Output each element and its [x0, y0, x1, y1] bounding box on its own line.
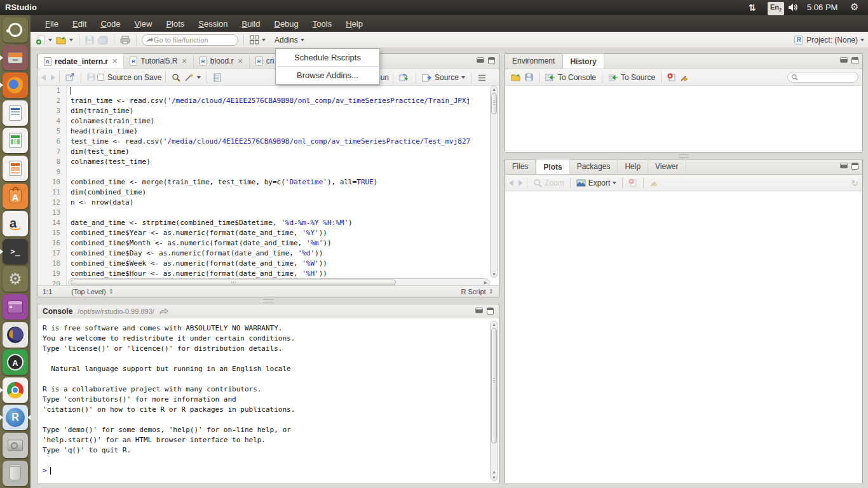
compile-notebook-icon[interactable] — [211, 72, 223, 83]
export-plot-button[interactable]: Export — [574, 177, 619, 189]
next-plot-icon[interactable] — [519, 180, 523, 186]
history-search-input[interactable] — [798, 74, 853, 81]
tab-help[interactable]: Help — [618, 159, 648, 174]
addins-button[interactable]: Addins — [273, 34, 306, 46]
editor-vertical-scrollbar[interactable]: ▲ ▼ — [490, 86, 498, 278]
to-console-button[interactable]: To Console — [543, 72, 598, 83]
clock[interactable]: 5:06 PM — [807, 3, 837, 12]
launcher-system-settings-icon[interactable]: ⚙ — [3, 266, 28, 292]
launcher-chrome-icon[interactable] — [3, 377, 28, 403]
launcher-file-manager-icon[interactable] — [3, 45, 28, 71]
project-button[interactable]: R Project: (None) — [794, 36, 864, 44]
launcher-amazon-icon[interactable]: a — [3, 211, 28, 236]
launcher-ubuntu-dash-icon[interactable] — [3, 17, 28, 43]
maximize-pane-icon[interactable] — [851, 57, 858, 64]
menu-code[interactable]: Code — [93, 17, 127, 30]
addins-menu-item-0[interactable]: Schedule Rscripts — [276, 49, 379, 66]
back-icon[interactable] — [41, 74, 46, 81]
horizontal-splitter-handle[interactable] — [263, 299, 273, 302]
source-tab-Tutorial5.R[interactable]: RTutorial5.R✕ — [124, 53, 193, 69]
to-source-button[interactable]: To Source — [606, 72, 657, 83]
close-tab-icon[interactable]: ✕ — [237, 57, 243, 65]
maximize-pane-icon[interactable] — [851, 163, 858, 170]
goto-file-function-box[interactable] — [142, 34, 238, 46]
menu-plots[interactable]: Plots — [159, 17, 191, 30]
new-file-button[interactable] — [34, 34, 54, 46]
history-list[interactable] — [505, 86, 862, 152]
tab-environment[interactable]: Environment — [505, 53, 562, 69]
remove-plot-icon[interactable] — [627, 177, 639, 188]
tab-files[interactable]: Files — [505, 159, 536, 174]
tab-viewer[interactable]: Viewer — [648, 159, 686, 174]
minimize-pane-icon[interactable] — [475, 308, 483, 313]
clear-plots-broom-icon[interactable] — [648, 177, 660, 189]
menu-edit[interactable]: Edit — [65, 17, 93, 30]
remove-entries-icon[interactable] — [665, 72, 678, 83]
menu-build[interactable]: Build — [235, 17, 268, 30]
goto-file-input[interactable] — [154, 36, 229, 44]
find-replace-icon[interactable] — [170, 72, 182, 83]
forward-icon[interactable] — [51, 74, 55, 81]
launcher-firefox-icon[interactable] — [3, 72, 28, 98]
console-goto-dir-icon[interactable] — [159, 308, 168, 315]
launcher-trash-icon[interactable] — [3, 461, 28, 486]
minimize-pane-icon[interactable] — [840, 163, 848, 168]
source-tab-redate_intern.r[interactable]: Rredate_intern.r✕ — [37, 53, 124, 69]
file-type-indicator[interactable]: R Script — [461, 288, 485, 295]
scope-indicator[interactable]: (Top Level) — [71, 288, 105, 295]
menu-tools[interactable]: Tools — [306, 17, 339, 30]
refresh-plots-icon[interactable]: ↻ — [851, 178, 858, 188]
history-search-box[interactable] — [787, 72, 858, 83]
menu-view[interactable]: View — [127, 17, 159, 30]
clear-history-broom-icon[interactable] — [678, 72, 691, 83]
maximize-pane-icon[interactable] — [488, 57, 495, 64]
print-button[interactable] — [118, 34, 132, 46]
popout-window-icon[interactable] — [64, 72, 77, 83]
launcher-disk-utility-icon[interactable] — [3, 433, 28, 458]
source-button[interactable]: Source — [420, 72, 467, 83]
pane-layout-button[interactable] — [248, 34, 268, 46]
menu-session[interactable]: Session — [191, 17, 234, 30]
volume-icon[interactable] — [788, 3, 798, 11]
launcher-libreoffice-writer-icon[interactable] — [3, 100, 28, 126]
launcher-eclipse-icon[interactable] — [3, 322, 28, 348]
minimize-pane-icon[interactable] — [840, 57, 848, 63]
launcher-terminal-icon[interactable]: >_ — [3, 239, 28, 264]
load-history-icon[interactable] — [509, 72, 523, 83]
save-history-icon[interactable] — [523, 72, 535, 83]
save-all-button[interactable] — [96, 34, 110, 46]
session-menu-icon[interactable]: ⚙ — [850, 1, 858, 13]
launcher-libreoffice-impress-icon[interactable] — [3, 156, 28, 181]
save-icon[interactable] — [85, 72, 97, 83]
editor-code-area[interactable]: train_time <- read.csv('/media/cloud/4E1… — [67, 86, 490, 280]
minimize-pane-icon[interactable] — [477, 57, 484, 63]
launcher-software-center-icon[interactable]: A — [3, 184, 28, 209]
tab-plots[interactable]: Plots — [536, 159, 569, 174]
open-file-button[interactable] — [54, 34, 75, 46]
tab-packages[interactable]: Packages — [570, 159, 618, 174]
menu-help[interactable]: Help — [339, 17, 370, 30]
maximize-pane-icon[interactable] — [487, 308, 494, 315]
network-indicator-icon[interactable]: ⇅ — [749, 3, 756, 13]
launcher-software-updater-icon[interactable]: A — [3, 349, 28, 375]
code-tools-icon[interactable] — [182, 72, 203, 83]
menu-file[interactable]: File — [38, 17, 65, 30]
menu-debug[interactable]: Debug — [268, 17, 306, 30]
close-tab-icon[interactable]: ✕ — [182, 57, 187, 65]
console-vertical-scrollbar[interactable]: ▲ ▲ ▼ — [490, 321, 498, 481]
launcher-rstudio-icon[interactable]: R — [3, 405, 28, 430]
rerun-previous-icon[interactable] — [397, 72, 412, 83]
keyboard-layout-indicator[interactable]: En2 — [768, 2, 784, 15]
right-splitter-handle[interactable] — [679, 154, 689, 158]
console-output[interactable]: R is free software and comes with ABSOLU… — [37, 318, 490, 484]
document-outline-icon[interactable] — [475, 73, 488, 83]
source-tab-blood.r[interactable]: Rblood.r✕ — [194, 53, 250, 69]
previous-plot-icon[interactable] — [509, 180, 513, 186]
launcher-libreoffice-calc-icon[interactable] — [3, 128, 28, 153]
close-tab-icon[interactable]: ✕ — [112, 57, 118, 65]
tab-history[interactable]: History — [562, 53, 604, 69]
launcher-workspace-app-icon[interactable] — [3, 294, 28, 320]
save-button[interactable] — [83, 34, 96, 46]
zoom-plot-button[interactable]: Zoom — [531, 177, 566, 189]
source-on-save-checkbox[interactable] — [97, 74, 104, 81]
